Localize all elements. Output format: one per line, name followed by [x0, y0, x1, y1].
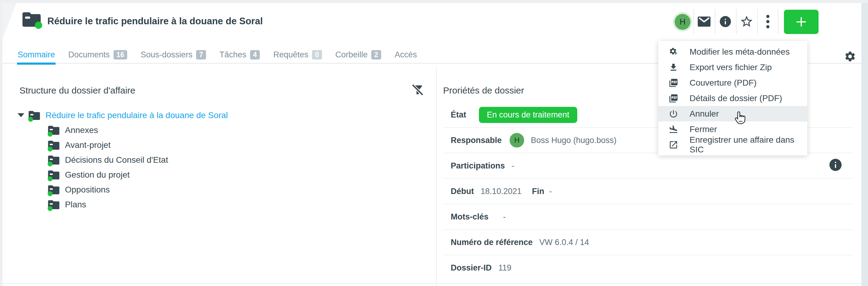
right-panel-title: Proriétés de dossier: [443, 85, 524, 96]
mail-icon[interactable]: [697, 15, 711, 29]
pdf-icon: [668, 93, 679, 104]
tree-item[interactable]: Gestion du projet: [18, 167, 228, 182]
folder-icon: [48, 155, 60, 165]
tree-item-label: Avant-projet: [65, 140, 111, 150]
menu-item-label: Détails de dossier (PDF): [689, 93, 782, 103]
info-icon[interactable]: [718, 15, 732, 29]
download-icon: [668, 62, 679, 73]
panel-divider: [436, 68, 437, 286]
power-icon: [668, 109, 679, 119]
menu-item-label: Fermer: [689, 124, 717, 134]
collapse-arrow-icon[interactable]: [18, 113, 24, 117]
more-options-icon[interactable]: [761, 15, 775, 29]
gear-edit-icon: [668, 47, 679, 57]
status-dot: [48, 147, 53, 151]
status-dot: [35, 22, 42, 29]
tab-sous-dossiers[interactable]: Sous-dossiers7: [141, 46, 206, 64]
menu-item-label: Annuler: [689, 109, 719, 119]
tree-item-label: Gestion du projet: [65, 170, 130, 180]
card-bottom-divider: [2, 283, 861, 284]
tab-requetes[interactable]: Requêtes0: [273, 46, 322, 64]
menu-item-details-pdf[interactable]: Détails de dossier (PDF): [658, 90, 807, 106]
menu-item-couverture-pdf[interactable]: Couverture (PDF): [658, 75, 807, 90]
tree-item-label: Annexes: [65, 125, 98, 135]
separator: [736, 9, 737, 34]
context-menu: Modifier les méta-données Export vers fi…: [658, 41, 807, 155]
flight-land-icon: [668, 124, 679, 135]
property-row-reference: Numéro de référence VW 6.0.4 / 14: [443, 230, 854, 255]
separator: [757, 9, 758, 34]
tree-item[interactable]: Annexes: [18, 123, 228, 138]
tab-corbeille[interactable]: Corbeille2: [335, 46, 381, 64]
open-in-new-icon: [668, 140, 679, 150]
tree-item[interactable]: Oppositions: [18, 182, 228, 197]
tree-item[interactable]: Avant-projet: [18, 138, 228, 152]
left-panel-title: Structure du dossier d'affaire: [20, 85, 135, 96]
status-dot: [48, 176, 53, 181]
tab-badge: 2: [371, 50, 381, 59]
menu-item-export-zip[interactable]: Export vers fichier Zip: [658, 59, 807, 75]
separator: [778, 9, 778, 34]
tab-badge: 4: [250, 50, 260, 59]
tree-item-label: Décisions du Conseil d'Etat: [65, 155, 168, 165]
separator: [715, 9, 715, 34]
property-row-participations: Participations -: [443, 153, 854, 179]
tab-acces[interactable]: Accès: [395, 46, 417, 64]
tab-bar: Sommaire Documents16 Sous-dossiers7 Tâch…: [18, 46, 417, 64]
responsable-avatar: H: [509, 133, 524, 148]
filter-off-icon[interactable]: [410, 83, 425, 97]
status-dot: [48, 206, 53, 211]
tab-taches[interactable]: Tâches4: [219, 46, 260, 64]
folder-tree: Réduire le trafic pendulaire à la douane…: [18, 108, 228, 212]
tab-documents[interactable]: Documents16: [68, 46, 127, 64]
tree-item[interactable]: Décisions du Conseil d'Etat: [18, 152, 228, 167]
menu-item-label: Modifier les méta-données: [689, 47, 790, 57]
tab-badge: 0: [312, 50, 322, 59]
tree-root[interactable]: Réduire le trafic pendulaire à la douane…: [18, 108, 228, 123]
menu-item-modifier-meta-donnees[interactable]: Modifier les méta-données: [658, 44, 807, 59]
tab-badge: 7: [196, 50, 206, 59]
settings-gear-icon[interactable]: [844, 50, 856, 62]
menu-item-label: Export vers fichier Zip: [689, 62, 772, 72]
status-dot: [48, 132, 53, 137]
folder-icon: [48, 200, 60, 209]
add-button[interactable]: [784, 10, 818, 34]
user-avatar[interactable]: H: [675, 14, 690, 30]
tree-root-label[interactable]: Réduire le trafic pendulaire à la douane…: [45, 111, 228, 120]
dossier-folder-icon: [23, 11, 41, 27]
property-row-dates: Début 18.10.2021 Fin -: [443, 179, 854, 204]
app-window: Réduire le trafic pendulaire à la douane…: [0, 0, 868, 286]
menu-item-annuler[interactable]: Annuler: [658, 106, 807, 121]
tree-item[interactable]: Plans: [18, 197, 228, 212]
separator: [693, 9, 694, 34]
scrollbar-track[interactable]: [861, 3, 868, 286]
favorite-star-icon[interactable]: [740, 15, 753, 29]
page-title: Réduire le trafic pendulaire à la douane…: [48, 16, 263, 27]
plus-icon: [794, 15, 808, 29]
menu-item-label: Enregistrer une affaire dans SIC: [689, 135, 801, 154]
status-dot: [48, 162, 53, 166]
tab-sommaire[interactable]: Sommaire: [18, 46, 55, 64]
info-circle-icon[interactable]: [828, 158, 843, 172]
tree-item-label: Plans: [65, 200, 86, 209]
folder-icon: [48, 185, 60, 194]
menu-item-label: Couverture (PDF): [689, 78, 756, 88]
tab-badge: 16: [114, 50, 127, 59]
menu-item-enregistrer-sic[interactable]: Enregistrer une affaire dans SIC: [658, 137, 807, 152]
pdf-icon: [668, 78, 679, 88]
status-badge: En cours de traitement: [479, 107, 577, 123]
folder-icon: [48, 140, 60, 150]
tree-item-label: Oppositions: [65, 185, 110, 195]
property-row-dossier-id: Dossier-ID 119: [443, 255, 854, 280]
folder-icon: [48, 170, 60, 179]
status-dot: [28, 117, 33, 122]
property-row-motscles: Mots-clés -: [443, 204, 854, 230]
menu-item-fermer[interactable]: Fermer: [658, 121, 807, 137]
folder-icon: [48, 125, 60, 135]
folder-icon: [29, 111, 40, 120]
status-dot: [48, 191, 53, 196]
